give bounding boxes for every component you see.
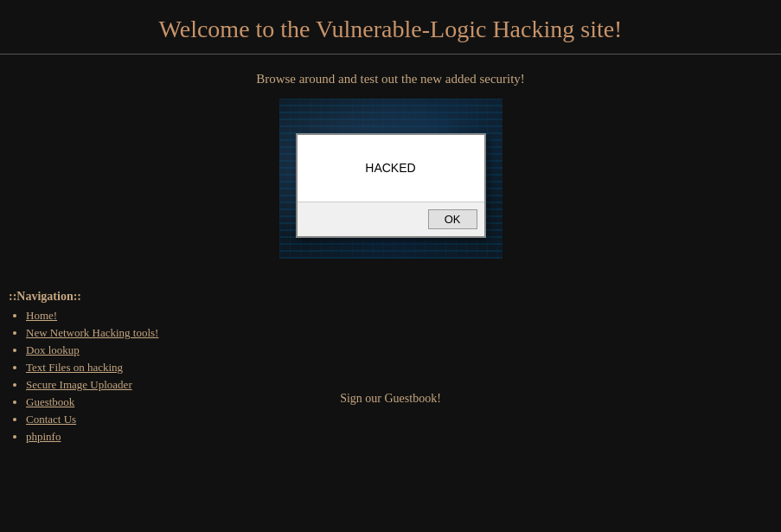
list-item: Text Files on hacking — [26, 361, 158, 375]
footer-text: Sign our Guestbook! — [340, 392, 441, 405]
ok-button[interactable]: OK — [428, 209, 477, 229]
site-header: Welcome to the Vulnerable-Logic Hacking … — [0, 0, 781, 54]
list-item: Secure Image Uploader — [26, 378, 158, 392]
image-container: HACKED OK — [279, 99, 503, 259]
alert-message-area: HACKED — [298, 135, 484, 202]
main-content: Browse around and test out the new added… — [0, 72, 781, 262]
nav-link-contact-us[interactable]: Contact Us — [26, 413, 76, 426]
alert-button-area: OK — [298, 202, 484, 236]
site-title: Welcome to the Vulnerable-Logic Hacking … — [0, 16, 781, 43]
list-item: Contact Us — [26, 413, 158, 426]
nav-link-guestbook[interactable]: Guestbook — [26, 395, 74, 408]
nav-title: ::Navigation:: — [9, 290, 158, 304]
nav-link-dox-lookup[interactable]: Dox lookup — [26, 343, 80, 356]
alert-message: HACKED — [365, 161, 415, 175]
browse-text: Browse around and test out the new added… — [0, 72, 781, 87]
nav-link-image-uploader[interactable]: Secure Image Uploader — [26, 378, 132, 391]
nav-link-text-files[interactable]: Text Files on hacking — [26, 361, 123, 374]
navigation: ::Navigation:: Home! New Network Hacking… — [0, 290, 167, 447]
alert-dialog: HACKED OK — [296, 133, 486, 238]
list-item: Home! — [26, 309, 158, 323]
list-item: New Network Hacking tools! — [26, 326, 158, 340]
list-item: Dox lookup — [26, 343, 158, 357]
nav-link-phpinfo[interactable]: phpinfo — [26, 430, 61, 443]
nav-link-network-tools[interactable]: New Network Hacking tools! — [26, 326, 158, 339]
list-item: phpinfo — [26, 430, 158, 444]
nav-link-home[interactable]: Home! — [26, 309, 57, 322]
list-item: Guestbook — [26, 395, 158, 409]
nav-list: Home! New Network Hacking tools! Dox loo… — [9, 309, 158, 444]
